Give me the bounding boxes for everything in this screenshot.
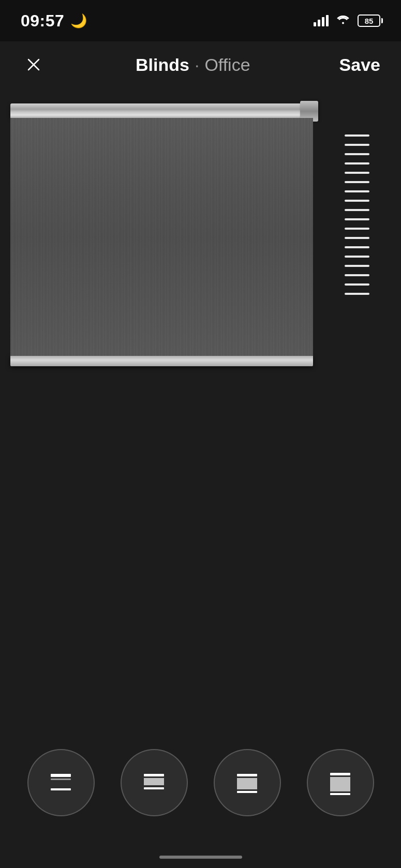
nav-title-device: Blinds: [136, 55, 189, 75]
slider-line: [345, 190, 369, 192]
status-bar: 09:57 🌙 85: [0, 0, 401, 41]
svg-rect-11: [330, 773, 350, 775]
close-partial-icon: [233, 769, 261, 797]
slider-line: [345, 228, 369, 230]
preset-open-partial-button[interactable]: [121, 749, 188, 816]
slider-line: [345, 283, 369, 286]
nav-title: Blinds · Office: [136, 55, 250, 75]
slider-line: [345, 237, 369, 239]
svg-rect-4: [51, 788, 71, 790]
blind-visualization: [0, 103, 401, 366]
slider-line: [345, 265, 369, 267]
open-full-icon: [47, 769, 75, 797]
blind-fabric: [10, 118, 313, 356]
nav-bar: Blinds · Office Save: [0, 41, 401, 88]
slider-line: [345, 162, 369, 164]
blind-rail-top: [10, 103, 313, 118]
slider-line: [345, 134, 369, 137]
blind-container: [10, 103, 321, 366]
signal-bar-4: [326, 15, 329, 26]
status-icons: 85: [314, 13, 380, 28]
home-indicator: [159, 856, 242, 859]
nav-title-room: Office: [204, 55, 250, 75]
nav-title-separator: ·: [195, 55, 199, 75]
preset-close-full-button[interactable]: [307, 749, 374, 816]
slider-line: [345, 246, 369, 248]
svg-rect-3: [51, 779, 71, 780]
slider-line: [345, 153, 369, 155]
svg-rect-8: [237, 774, 257, 776]
preset-open-full-button[interactable]: [27, 749, 95, 816]
slider-line: [345, 209, 369, 211]
save-button[interactable]: Save: [339, 55, 380, 75]
svg-rect-6: [144, 778, 164, 785]
slider-line: [345, 181, 369, 183]
status-time: 09:57: [21, 11, 64, 31]
signal-bar-1: [314, 22, 316, 26]
moon-icon: 🌙: [70, 13, 87, 29]
svg-rect-9: [237, 778, 257, 789]
close-button[interactable]: [21, 52, 47, 78]
battery-level: 85: [365, 17, 374, 25]
main-content: [0, 88, 401, 868]
controls-area: [0, 749, 401, 816]
signal-bar-2: [318, 20, 320, 26]
slider-line: [345, 200, 369, 202]
close-icon: [26, 57, 41, 72]
wifi-icon: [336, 13, 350, 28]
svg-rect-7: [144, 787, 164, 789]
svg-rect-12: [330, 777, 350, 791]
slider-line: [345, 144, 369, 146]
slider-line: [345, 172, 369, 174]
open-partial-icon: [140, 769, 168, 797]
slider-line: [345, 293, 369, 295]
signal-bar-3: [322, 17, 324, 26]
svg-rect-2: [51, 774, 71, 777]
position-slider[interactable]: [344, 119, 370, 383]
signal-bars-icon: [314, 15, 329, 26]
svg-rect-5: [144, 774, 164, 776]
close-full-icon: [326, 769, 354, 797]
slider-line: [345, 218, 369, 220]
svg-rect-13: [330, 793, 350, 795]
blind-rail-bottom: [10, 356, 313, 366]
preset-close-partial-button[interactable]: [214, 749, 281, 816]
slider-line: [345, 256, 369, 258]
slider-lines: [345, 134, 369, 295]
battery-icon: 85: [358, 14, 380, 27]
svg-rect-10: [237, 791, 257, 793]
slider-line: [345, 274, 369, 276]
